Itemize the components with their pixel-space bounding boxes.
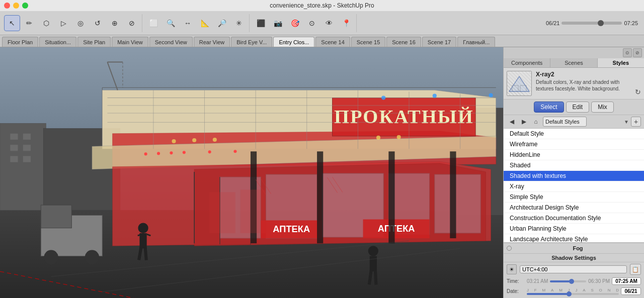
style-item-default-style[interactable]: Default Style bbox=[504, 129, 644, 139]
walkthrough-tool[interactable]: 🎯 bbox=[287, 15, 303, 31]
rotate-tool[interactable]: ◎ bbox=[72, 15, 89, 31]
time-label: Time: bbox=[507, 278, 525, 284]
select-button[interactable]: Select bbox=[534, 102, 564, 113]
svg-point-74 bbox=[233, 150, 236, 153]
push-pull-tool[interactable]: ▷ bbox=[55, 15, 71, 31]
scene-tab-scene-15[interactable]: Scene 15 bbox=[351, 37, 385, 47]
style-item-hiddenline[interactable]: HiddenLine bbox=[504, 150, 644, 160]
svg-point-73 bbox=[208, 150, 211, 153]
fog-label[interactable]: Fog bbox=[515, 244, 641, 252]
shadow-sun-icon: ☀ bbox=[507, 264, 517, 274]
fog-toggle[interactable] bbox=[507, 246, 512, 251]
style-name-label: X-ray2 bbox=[536, 71, 631, 78]
month-label-J: J bbox=[575, 288, 577, 292]
scene-viewport-svg: ПРОКАТНЫЙ АПТЕКА АПТЕКА bbox=[0, 47, 503, 298]
style-list: Default StyleWireframeHiddenLineShadedSh… bbox=[504, 129, 644, 243]
component-tool[interactable]: ✳ bbox=[231, 15, 247, 31]
style-item-landscape-architecture-style[interactable]: Landscape Architecture Style bbox=[504, 234, 644, 243]
erase-tool[interactable]: ⊘ bbox=[124, 15, 140, 31]
svg-rect-82 bbox=[210, 192, 235, 233]
scene-tab-situation---[interactable]: Situation... bbox=[39, 37, 76, 47]
copy-timezone-button[interactable]: 📋 bbox=[630, 264, 641, 275]
scene-tabs: Floor PlanSituation...Site PlanMain View… bbox=[0, 35, 644, 47]
style-item-shaded[interactable]: Shaded bbox=[504, 160, 644, 171]
date-label: Date: bbox=[507, 288, 525, 294]
undo-tool[interactable]: ↺ bbox=[90, 15, 106, 31]
style-item-wireframe[interactable]: Wireframe bbox=[504, 139, 644, 150]
maximize-button[interactable] bbox=[22, 3, 28, 9]
style-item-x-ray[interactable]: X-ray bbox=[504, 181, 644, 192]
month-label-M: M bbox=[559, 288, 562, 292]
scene-tab-main-view[interactable]: Main View bbox=[112, 37, 148, 47]
style-item-architectural-design-style[interactable]: Architectural Design Style bbox=[504, 203, 644, 213]
time-value-display: 07:25 AM bbox=[612, 277, 641, 285]
style-item-construction-documentation-style[interactable]: Construction Documentation Style bbox=[504, 213, 644, 224]
panel-icon-2[interactable]: ⊘ bbox=[633, 48, 642, 57]
styles-tab[interactable]: Styles bbox=[598, 58, 644, 67]
close-button[interactable] bbox=[4, 3, 10, 9]
components-tab[interactable]: Components bbox=[504, 58, 550, 67]
camera-tool[interactable]: 📷 bbox=[270, 15, 286, 31]
scene-tab-site-plan[interactable]: Site Plan bbox=[77, 37, 111, 47]
style-item-shaded-with-textures[interactable]: Shaded with textures bbox=[504, 171, 644, 181]
refresh-icon[interactable]: ↻ bbox=[635, 88, 641, 96]
measure-tool[interactable]: 📐 bbox=[197, 15, 213, 31]
position-camera-tool[interactable]: 📍 bbox=[338, 15, 354, 31]
scene-tab-----------[interactable]: Главный... bbox=[457, 37, 495, 47]
svg-text:АПТЕКА: АПТЕКА bbox=[273, 224, 310, 234]
orbit-tool[interactable]: ⊙ bbox=[304, 15, 320, 31]
scene-tab-scene-14[interactable]: Scene 14 bbox=[315, 37, 350, 47]
svg-rect-83 bbox=[240, 190, 266, 233]
nav-forward-button[interactable]: ▶ bbox=[519, 117, 529, 127]
rectangle-tool[interactable]: ⬜ bbox=[145, 15, 162, 31]
date-slider-row: Date: JFMAMJJASOND 06/21 bbox=[504, 287, 644, 298]
viewport[interactable]: ПРОКАТНЫЙ АПТЕКА АПТЕКА bbox=[0, 47, 503, 298]
style-preview-area: X-ray2 Default colors, X-ray and shaded … bbox=[504, 68, 644, 100]
scenes-tab[interactable]: Scenes bbox=[550, 58, 597, 67]
shadow-title[interactable]: Shadow Settings bbox=[504, 254, 644, 262]
svg-point-55 bbox=[368, 246, 378, 256]
section-tool[interactable]: ⬛ bbox=[253, 15, 269, 31]
shadow-controls-row: ☀ UTC+4:00 📋 bbox=[504, 262, 644, 276]
time-slider[interactable] bbox=[550, 280, 586, 282]
pan-tool[interactable]: ↔ bbox=[180, 15, 196, 31]
nav-home-button[interactable]: ⌂ bbox=[531, 117, 541, 127]
svg-rect-30 bbox=[317, 151, 323, 243]
date-slider[interactable] bbox=[527, 293, 619, 295]
edit-button[interactable]: Edit bbox=[566, 102, 590, 113]
svg-point-49 bbox=[138, 223, 148, 233]
scene-tab-floor-plan[interactable]: Floor Plan bbox=[2, 37, 38, 47]
style-item-simple-style[interactable]: Simple Style bbox=[504, 192, 644, 203]
scene-tab-entry-clos---[interactable]: Entry Clos... bbox=[273, 37, 314, 47]
panel-icon-1[interactable]: ⊙ bbox=[623, 48, 632, 57]
shape-tool[interactable]: ⬡ bbox=[38, 15, 54, 31]
month-label-A: A bbox=[583, 288, 585, 292]
zoom-extent-tool[interactable]: 🔎 bbox=[214, 15, 230, 31]
new-style-button[interactable]: + bbox=[631, 117, 641, 127]
mix-button[interactable]: Mix bbox=[591, 102, 614, 113]
timezone-select[interactable]: UTC+4:00 bbox=[520, 265, 627, 273]
look-around-tool[interactable]: 👁 bbox=[321, 15, 337, 31]
svg-rect-6 bbox=[23, 134, 31, 140]
scene-tab-second-view[interactable]: Second View bbox=[149, 37, 193, 47]
month-label-D: D bbox=[616, 288, 619, 292]
paint-tool[interactable]: ✏ bbox=[21, 15, 37, 31]
scene-tab-scene-17[interactable]: Scene 17 bbox=[422, 37, 456, 47]
style-item-urban-planning-style[interactable]: Urban Planning Style bbox=[504, 224, 644, 234]
svg-rect-8 bbox=[23, 145, 31, 151]
svg-point-70 bbox=[157, 152, 160, 155]
styles-dropdown[interactable]: Default Styles Assorted Styles Color Set… bbox=[543, 117, 587, 127]
scene-tab-rear-view[interactable]: Rear View bbox=[194, 37, 230, 47]
window-controls[interactable] bbox=[4, 3, 28, 9]
scene-tab-scene-16[interactable]: Scene 16 bbox=[386, 37, 421, 47]
timeline-slider[interactable] bbox=[561, 22, 622, 25]
scene-tab-bird-eye-v---[interactable]: Bird Eye V... bbox=[231, 37, 272, 47]
svg-text:ПРОКАТНЫЙ: ПРОКАТНЫЙ bbox=[334, 106, 474, 127]
month-label-A: A bbox=[551, 288, 553, 292]
offset-tool[interactable]: ⊕ bbox=[107, 15, 123, 31]
nav-back-button[interactable]: ◀ bbox=[507, 117, 517, 127]
select-tool[interactable]: ↖ bbox=[4, 15, 20, 31]
zoom-tool[interactable]: 🔍 bbox=[163, 15, 179, 31]
minimize-button[interactable] bbox=[13, 3, 19, 9]
style-nav-row: ◀ ▶ ⌂ Default Styles Assorted Styles Col… bbox=[504, 115, 644, 129]
